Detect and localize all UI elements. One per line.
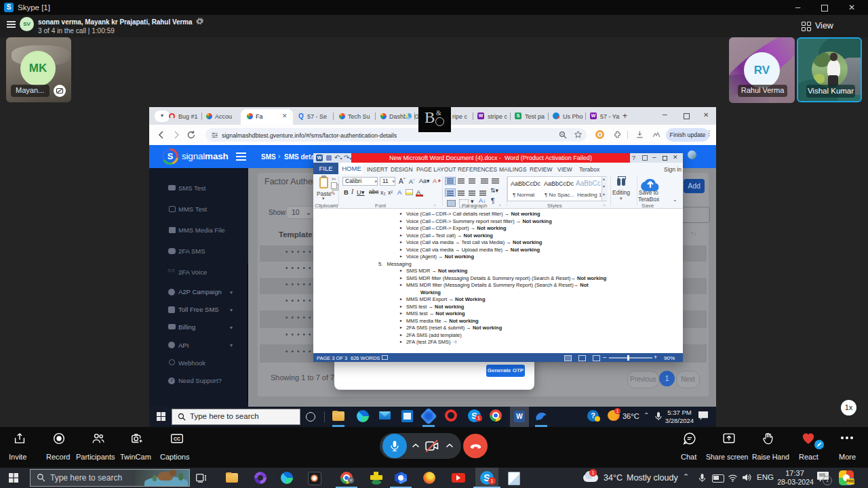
- svg-text:CC: CC: [174, 436, 180, 441]
